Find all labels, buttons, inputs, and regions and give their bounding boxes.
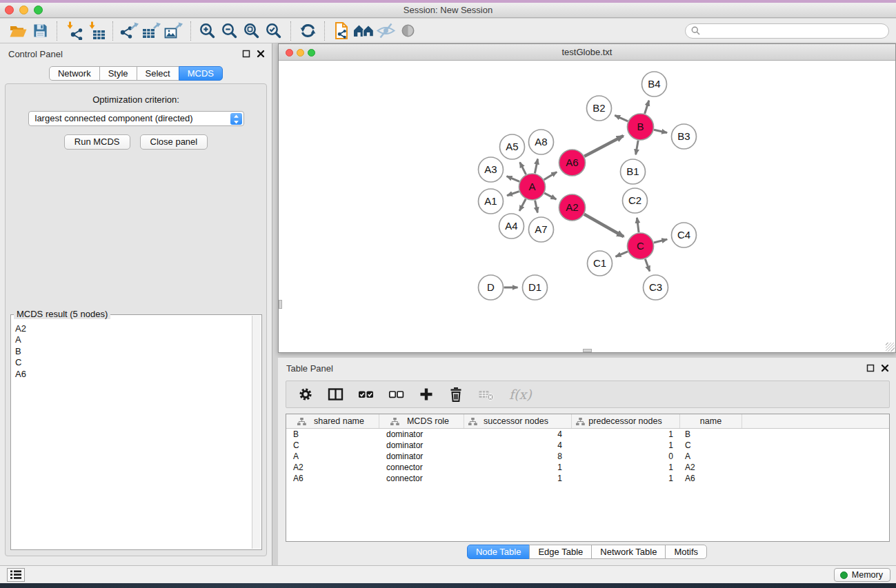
hide-selected-button[interactable] (375, 20, 397, 42)
graph-edge[interactable] (645, 101, 649, 114)
graph-edge[interactable] (535, 159, 537, 174)
zoom-fit-button[interactable] (241, 20, 263, 42)
search-box (685, 23, 889, 39)
network-zoom-button[interactable] (308, 49, 315, 57)
network-canvas[interactable]: B4B2BB3A5A8A6A3B1AA1C2A2A4A7C4CC1C3DD1 (279, 61, 895, 352)
column-header-mcds-role[interactable]: MCDS role (379, 414, 464, 428)
tab-select[interactable]: Select (137, 66, 179, 81)
save-session-button[interactable] (29, 20, 51, 42)
resize-grip[interactable] (886, 343, 895, 352)
network-graph[interactable]: B4B2BB3A5A8A6A3B1AA1C2A2A4A7C4CC1C3DD1 (279, 61, 895, 352)
graph-edge[interactable] (636, 141, 638, 155)
split-table-button[interactable] (328, 387, 344, 402)
tab-node-table[interactable]: Node Table (467, 545, 530, 559)
canvas-vertical-scroll-thumb[interactable] (279, 300, 282, 309)
destroy-table-button[interactable] (478, 387, 495, 402)
graph-node-label: D (487, 281, 495, 293)
open-file-button[interactable] (7, 20, 29, 42)
column-header-shared-name[interactable]: shared name (286, 414, 379, 428)
show-hidden-button[interactable] (397, 20, 419, 42)
result-item[interactable]: A (15, 334, 251, 345)
task-history-button[interactable] (7, 568, 25, 582)
graph-edge[interactable] (544, 193, 556, 199)
table-row[interactable]: A dominator 8 0 A (286, 451, 889, 462)
zoom-out-button[interactable] (219, 20, 241, 42)
mcds-result-list[interactable]: A2 A B C A6 (12, 321, 251, 548)
table-panel-title: Table Panel (286, 363, 333, 374)
table-settings-button[interactable] (298, 387, 313, 402)
table-row[interactable]: C dominator 4 1 C (286, 440, 889, 451)
graph-edge[interactable] (584, 136, 624, 156)
graph-edge[interactable] (654, 239, 667, 243)
float-panel-button[interactable] (242, 50, 250, 58)
graph-edge[interactable] (507, 176, 519, 182)
add-column-button[interactable] (419, 387, 434, 402)
column-header-name[interactable]: name (680, 414, 742, 428)
import-table-icon (87, 21, 106, 40)
float-table-panel-button[interactable] (866, 364, 875, 372)
function-builder-button[interactable]: f(x) (509, 387, 532, 402)
search-input[interactable] (704, 26, 883, 36)
close-table-panel-button[interactable] (881, 364, 889, 372)
graph-edge[interactable] (654, 130, 667, 132)
close-window-button[interactable] (5, 6, 14, 14)
zoom-window-button[interactable] (34, 6, 43, 14)
criterion-select[interactable]: largest connected component (directed) (28, 111, 244, 126)
table-row[interactable]: B dominator 4 1 B (286, 429, 889, 440)
network-window-title: testGlobe.txt (279, 44, 895, 60)
graph-edge[interactable] (645, 259, 650, 272)
zoom-in-button[interactable] (197, 20, 219, 42)
run-mcds-button[interactable]: Run MCDS (64, 134, 130, 150)
toolbar-separator (324, 21, 325, 41)
network-close-button[interactable] (286, 49, 293, 57)
export-network-button[interactable] (119, 20, 141, 42)
minimize-window-button[interactable] (19, 6, 28, 14)
import-network-button[interactable] (63, 20, 85, 42)
graph-edge[interactable] (507, 192, 519, 196)
export-image-button[interactable] (163, 20, 185, 42)
result-item[interactable]: A2 (15, 323, 251, 334)
tab-mcds[interactable]: MCDS (179, 66, 223, 81)
unselect-all-columns-button[interactable] (388, 387, 404, 402)
network-minimize-button[interactable] (297, 49, 304, 57)
refresh-button[interactable] (297, 20, 319, 42)
clone-network-button[interactable] (330, 20, 352, 42)
table-row[interactable]: A6 connector 1 1 A6 (286, 473, 889, 484)
canvas-horizontal-scroll-thumb[interactable] (583, 349, 592, 352)
home-layout-button[interactable] (352, 20, 375, 42)
result-scrollbar[interactable] (252, 316, 261, 549)
delete-table-icon (478, 387, 495, 402)
zoom-selected-icon (265, 22, 283, 40)
export-table-button[interactable] (141, 20, 163, 42)
delete-column-button[interactable] (448, 387, 464, 403)
column-header-successor-nodes[interactable]: successor nodes (464, 414, 572, 428)
graph-edge[interactable] (584, 214, 624, 236)
tab-edge-table[interactable]: Edge Table (529, 545, 592, 559)
tab-network-table[interactable]: Network Table (591, 545, 666, 559)
graph-edge[interactable] (616, 252, 628, 256)
tab-motifs[interactable]: Motifs (665, 545, 707, 559)
graph-edge[interactable] (544, 172, 557, 179)
result-item[interactable]: C (15, 357, 251, 368)
import-table-button[interactable] (85, 20, 107, 42)
graph-node-label: B2 (593, 102, 605, 114)
zoom-selected-button[interactable] (263, 20, 285, 42)
close-panel-action-button[interactable]: Close panel (140, 134, 208, 150)
memory-status-button[interactable]: Memory (834, 568, 890, 582)
result-item[interactable]: A6 (15, 369, 251, 380)
column-header-predecessor-nodes[interactable]: predecessor nodes (572, 414, 680, 428)
graph-edge[interactable] (519, 199, 526, 211)
graph-edge[interactable] (637, 218, 639, 232)
graph-edge[interactable] (615, 115, 628, 121)
node-table: shared name MCDS role successor nodes pr… (286, 414, 890, 542)
tab-style[interactable]: Style (99, 66, 137, 81)
select-all-columns-button[interactable] (358, 387, 374, 402)
memory-label: Memory (852, 570, 883, 580)
tab-network[interactable]: Network (49, 66, 100, 81)
graph-edge[interactable] (535, 201, 538, 213)
table-row[interactable]: A2 connector 1 1 A2 (286, 462, 889, 473)
close-panel-button[interactable] (257, 50, 265, 58)
graph-edge[interactable] (520, 162, 526, 174)
export-table-icon (142, 21, 161, 40)
result-item[interactable]: B (15, 346, 251, 357)
